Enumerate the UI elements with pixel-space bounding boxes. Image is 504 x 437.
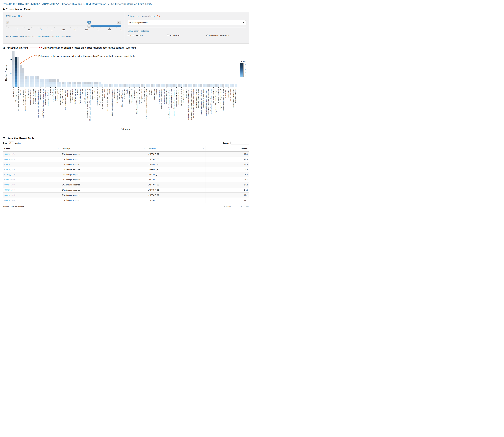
bar[interactable] — [106, 84, 108, 87]
bar[interactable] — [74, 82, 76, 87]
bar[interactable] — [20, 65, 22, 87]
gene-link[interactable]: C3026_19750 — [4, 169, 15, 170]
database-checkbox[interactable] — [207, 35, 208, 36]
bar[interactable] — [126, 84, 128, 87]
gene-link[interactable]: C3026_14860 — [4, 189, 15, 191]
bar[interactable] — [89, 82, 91, 87]
bar[interactable] — [200, 84, 202, 87]
bar[interactable] — [37, 76, 39, 87]
bar[interactable] — [42, 79, 44, 87]
bar[interactable] — [35, 76, 37, 87]
bar[interactable] — [111, 84, 113, 87]
gene-link[interactable]: C3026_06975 — [4, 158, 15, 160]
bar[interactable] — [87, 82, 89, 87]
bar[interactable] — [101, 84, 103, 87]
bar[interactable] — [109, 84, 111, 87]
bar[interactable] — [131, 84, 133, 87]
gene-link[interactable]: C3026_11335 — [4, 163, 15, 165]
bar[interactable] — [180, 84, 182, 87]
gene-link[interactable]: C3026_14480 — [4, 174, 15, 176]
bar[interactable] — [227, 84, 229, 87]
bar[interactable] — [91, 82, 94, 87]
bar[interactable] — [133, 84, 136, 87]
bar[interactable] — [232, 84, 234, 87]
bar[interactable] — [138, 84, 140, 87]
bar[interactable] — [146, 84, 148, 87]
column-header-database[interactable]: Database▲▼ — [146, 146, 205, 151]
bar[interactable] — [198, 84, 200, 87]
bar[interactable] — [123, 84, 126, 87]
bar[interactable] — [64, 82, 66, 87]
bar[interactable] — [160, 84, 163, 87]
bar[interactable] — [52, 79, 54, 87]
bar[interactable] — [116, 84, 118, 87]
bar[interactable] — [30, 76, 32, 87]
bar[interactable] — [173, 84, 175, 87]
bar[interactable] — [77, 82, 79, 87]
bar[interactable] — [141, 84, 143, 87]
bar[interactable] — [79, 82, 81, 87]
bar[interactable] — [114, 84, 116, 87]
bar[interactable] — [166, 84, 168, 87]
bar[interactable] — [185, 84, 188, 87]
pagination-page-1[interactable]: 1 — [233, 205, 237, 208]
bar[interactable] — [22, 68, 24, 87]
show-entries-select[interactable]: 10 — [8, 141, 14, 144]
bar[interactable] — [163, 84, 165, 87]
bar[interactable] — [168, 84, 170, 87]
bar[interactable] — [128, 84, 131, 87]
bar[interactable] — [190, 84, 192, 87]
pagination-previous[interactable]: Previous — [224, 205, 231, 207]
pagination-page-2[interactable]: 2 — [239, 205, 243, 208]
bar[interactable] — [54, 79, 57, 87]
gene-link[interactable]: C3026_02895 — [4, 194, 15, 196]
bar[interactable] — [62, 82, 64, 87]
pagination-next[interactable]: Next — [246, 205, 249, 207]
bar[interactable] — [59, 82, 61, 87]
bar[interactable] — [72, 82, 74, 87]
bar[interactable] — [215, 84, 217, 87]
bar[interactable] — [170, 84, 173, 87]
bar[interactable] — [40, 79, 42, 87]
bar[interactable] — [136, 84, 138, 87]
bar[interactable] — [203, 84, 205, 87]
bar[interactable] — [143, 84, 145, 87]
bar[interactable] — [210, 84, 212, 87]
bar[interactable] — [27, 76, 29, 87]
gene-link[interactable]: C3026_14855 — [4, 184, 15, 186]
bar[interactable] — [15, 57, 17, 87]
bar[interactable] — [178, 84, 180, 87]
bar[interactable] — [156, 84, 158, 87]
bar[interactable] — [12, 51, 15, 87]
bar[interactable] — [148, 84, 150, 87]
bar[interactable] — [99, 82, 101, 87]
bar[interactable] — [96, 82, 99, 87]
bar[interactable] — [235, 84, 237, 87]
bar[interactable] — [175, 84, 178, 87]
bar[interactable] — [94, 82, 96, 87]
database-checkbox[interactable] — [167, 35, 169, 36]
bar[interactable] — [188, 84, 190, 87]
bar[interactable] — [208, 84, 210, 87]
bar[interactable] — [151, 84, 153, 87]
bar[interactable] — [193, 84, 195, 87]
bar[interactable] — [119, 84, 121, 87]
bar[interactable] — [82, 82, 84, 87]
bar[interactable] — [158, 84, 160, 87]
bar[interactable] — [17, 57, 20, 87]
pathway-select[interactable]: DNA damage response ▼ — [128, 20, 246, 25]
bar[interactable] — [195, 84, 197, 87]
bar[interactable] — [32, 76, 34, 87]
bar[interactable] — [121, 84, 123, 87]
slider-handle[interactable] — [88, 24, 91, 28]
database-checkbox[interactable] — [128, 35, 129, 36]
column-header-pathways[interactable]: Pathways▲▼ — [60, 146, 146, 151]
gene-link[interactable]: C3026_06970 — [4, 153, 15, 155]
bar[interactable] — [104, 84, 106, 87]
bar[interactable] — [230, 84, 232, 87]
bar[interactable] — [183, 84, 185, 87]
bar[interactable] — [84, 82, 86, 87]
bar[interactable] — [47, 79, 49, 87]
bar[interactable] — [212, 84, 215, 87]
bar[interactable] — [225, 84, 227, 87]
